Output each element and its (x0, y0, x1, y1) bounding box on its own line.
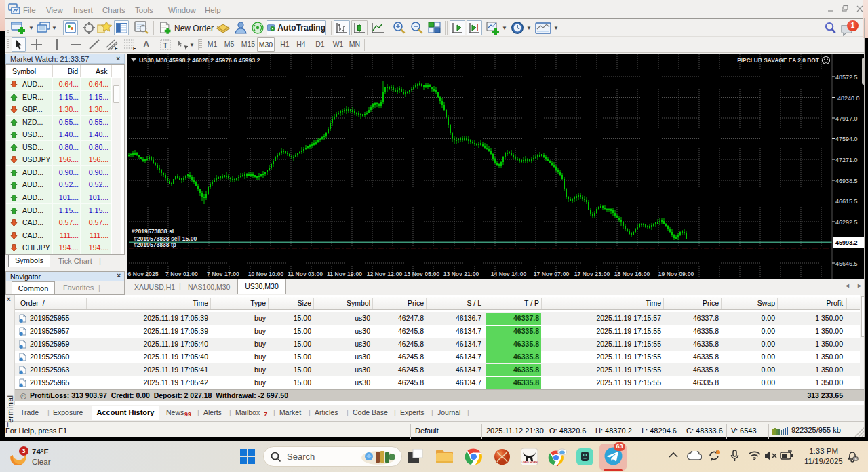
svg-text:7 Nov 17:00: 7 Nov 17:00 (207, 271, 239, 277)
svg-text:19 Nov 09:00: 19 Nov 09:00 (658, 271, 694, 277)
svg-text:18 Nov 16:00: 18 Nov 16:00 (614, 271, 650, 277)
svg-text:#2019573838 tp: #2019573838 tp (134, 241, 176, 248)
svg-text:46615.5: 46615.5 (835, 198, 858, 205)
svg-text:48240.0: 48240.0 (837, 95, 860, 102)
svg-text:LONG HORN: LONG HORN (521, 460, 538, 464)
svg-text:47594.0: 47594.0 (835, 136, 858, 142)
svg-text:46292.5: 46292.5 (835, 219, 858, 226)
svg-text:#2019573838 sl: #2019573838 sl (132, 228, 174, 235)
svg-text:13 Nov 05:00: 13 Nov 05:00 (404, 271, 440, 277)
svg-text:PIPCLUB SAVAGE EA 2.0 BOT: PIPCLUB SAVAGE EA 2.0 BOT (737, 57, 820, 64)
svg-text:F: F (133, 46, 136, 51)
svg-text:17 Nov 23:00: 17 Nov 23:00 (574, 271, 610, 277)
svg-text:E: E (115, 46, 118, 51)
svg-text:45646.5: 45646.5 (835, 260, 858, 267)
svg-text:7 Nov 01:00: 7 Nov 01:00 (165, 271, 198, 277)
svg-text:10 Nov 10:00: 10 Nov 10:00 (248, 271, 284, 277)
svg-text:11 Nov 03:00: 11 Nov 03:00 (288, 271, 323, 277)
svg-text:14 Nov 14:00: 14 Nov 14:00 (491, 271, 527, 277)
svg-text:US30,M30 45998.2 46028.2 4597: US30,M30 45998.2 46028.2 45976.6 45993.2 (139, 57, 260, 64)
svg-text:11 Nov 19:00: 11 Nov 19:00 (327, 271, 362, 277)
svg-text:17 Nov 07:00: 17 Nov 07:00 (534, 271, 570, 277)
svg-text:47917.0: 47917.0 (835, 115, 858, 122)
svg-text:47271.0: 47271.0 (835, 157, 858, 163)
svg-text:45993.2: 45993.2 (835, 239, 858, 246)
svg-text:6 Nov 2025: 6 Nov 2025 (128, 271, 159, 277)
svg-text:12 Nov 12:00: 12 Nov 12:00 (367, 271, 403, 277)
svg-text:T: T (163, 41, 168, 50)
svg-text:48572.5: 48572.5 (835, 74, 858, 81)
svg-text:13 Nov 21:00: 13 Nov 21:00 (443, 271, 479, 277)
svg-text:46938.5: 46938.5 (835, 178, 858, 184)
svg-text:12: 12 (854, 458, 858, 461)
